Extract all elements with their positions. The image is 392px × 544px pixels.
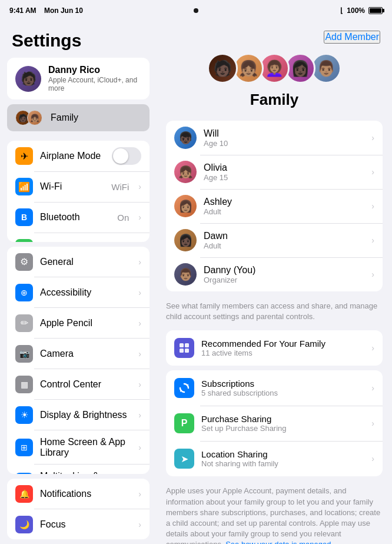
member-info-dawn: Dawn Adult <box>204 231 228 250</box>
status-icons: ⌊ 100% <box>340 6 383 15</box>
sidebar-item-accessibility[interactable]: ⊕ Accessibility › <box>7 277 150 308</box>
member-row-danny[interactable]: 👨🏽 Danny (You) Organizer › <box>166 257 383 291</box>
sidebar-item-apple-pencil[interactable]: ✏ Apple Pencil › <box>7 308 150 339</box>
wifi-label: Wi-Fi <box>40 181 104 192</box>
feature-info-subscriptions: Subscriptions 5 shared subscriptions <box>201 379 278 397</box>
location-sharing-icon: ➤ <box>174 449 194 469</box>
member-sub-olivia: Age 15 <box>204 173 228 182</box>
member-row-dawn[interactable]: 👩🏿 Dawn Adult › <box>166 223 383 257</box>
member-name-will: Will <box>204 128 228 139</box>
chevron-icon: › <box>138 257 141 267</box>
bottom-note-link[interactable]: See how your data is managed... <box>225 540 337 544</box>
member-row-ashley[interactable]: 👩🏽 Ashley Adult › <box>166 189 383 223</box>
subscriptions-icon <box>174 378 194 398</box>
member-avatar-will: 👦🏿 <box>174 127 197 149</box>
member-row-olivia[interactable]: 👧🏽 Olivia Age 15 › <box>166 155 383 189</box>
general-icon: ⚙ <box>15 253 33 271</box>
front-camera-dot <box>194 8 198 13</box>
member-sub-ashley: Adult <box>204 207 232 216</box>
bluetooth-label: Bluetooth <box>40 212 110 223</box>
features-card: Subscriptions 5 shared subscriptions › P… <box>166 370 383 476</box>
right-content: Add Member 🧑🏿 👧🏽 👩🏽‍🦱 👩🏿 👨🏽 Family 👦🏿 Wi… <box>157 21 392 544</box>
control-center-icon: ▦ <box>15 376 33 393</box>
add-member-button[interactable]: Add Member <box>324 31 380 44</box>
recommended-card: Recommended For Your Family 11 active it… <box>166 330 383 366</box>
sidebar-item-bluetooth[interactable]: B Bluetooth On › <box>7 202 150 233</box>
homescreen-icon: ⊞ <box>15 439 33 456</box>
family-member-description: See what family members can access and s… <box>157 298 392 330</box>
chevron-icon: › <box>138 489 141 499</box>
status-bar: 9:41 AM Mon Jun 10 ⌊ 100% <box>0 0 392 21</box>
chevron-icon: › <box>371 343 374 353</box>
accessibility-icon: ⊕ <box>15 284 33 301</box>
toggle-knob <box>113 148 128 164</box>
airplane-mode-icon: ✈ <box>15 147 33 165</box>
status-time: 9:41 AM Mon Jun 10 <box>9 6 83 15</box>
sidebar-item-general[interactable]: ⚙ General › <box>7 247 150 277</box>
apple-pencil-icon: ✏ <box>15 314 33 332</box>
sidebar-item-multitasking[interactable]: ⊟ Multitasking & Gestures › <box>7 465 150 474</box>
sidebar-item-control-center[interactable]: ▦ Control Center › <box>7 369 150 400</box>
subscriptions-title: Subscriptions <box>201 379 278 389</box>
focus-icon: 🌙 <box>15 516 33 533</box>
member-row-will[interactable]: 👦🏿 Will Age 10 › <box>166 121 383 155</box>
settings-section-3: 🔔 Notifications › 🌙 Focus › ⏱ Screen Tim… <box>7 479 150 539</box>
wifi-icon: 📶 <box>15 178 33 195</box>
airplane-mode-toggle[interactable] <box>112 147 141 165</box>
family-row[interactable]: 🧑🏿 👧🏽 Family <box>7 104 150 131</box>
chevron-icon: › <box>371 419 374 428</box>
member-name-danny: Danny (You) <box>204 265 255 276</box>
bottom-note: Apple uses your Apple Account, payment d… <box>157 481 392 544</box>
feature-row-subscriptions[interactable]: Subscriptions 5 shared subscriptions › <box>166 370 383 406</box>
recommended-sub: 11 active items <box>201 349 325 357</box>
sidebar-item-notifications[interactable]: 🔔 Notifications › <box>7 479 150 509</box>
settings-section-1: ✈ Airplane Mode 📶 Wi-Fi WiFi › B Bluetoo… <box>7 141 150 242</box>
location-sub: Not sharing with family <box>201 459 278 468</box>
feature-row-purchase-sharing[interactable]: P Purchase Sharing Set up Purchase Shari… <box>166 406 383 441</box>
sidebar-item-display[interactable]: ☀ Display & Brightness › <box>7 400 150 430</box>
feature-row-recommended[interactable]: Recommended For Your Family 11 active it… <box>166 330 383 366</box>
battery-text: 100% <box>347 6 365 15</box>
settings-title: Settings <box>0 21 157 58</box>
bluetooth-icon: B <box>15 208 33 226</box>
feature-info-recommended: Recommended For Your Family 11 active it… <box>201 339 325 357</box>
chevron-icon: › <box>138 349 141 359</box>
wifi-value: WiFi <box>111 182 129 192</box>
sidebar-item-wifi[interactable]: 📶 Wi-Fi WiFi › <box>7 171 150 202</box>
multitasking-label: Multitasking & Gestures <box>40 471 129 474</box>
bluetooth-value: On <box>117 213 129 223</box>
camera-icon: 📷 <box>15 345 33 363</box>
feature-row-location-sharing[interactable]: ➤ Location Sharing Not sharing with fami… <box>166 441 383 476</box>
chevron-icon: › <box>138 288 141 297</box>
member-info-olivia: Olivia Age 15 <box>204 162 228 182</box>
sidebar-item-focus[interactable]: 🌙 Focus › <box>7 509 150 539</box>
feature-info-location: Location Sharing Not sharing with family <box>201 449 278 468</box>
apple-pencil-label: Apple Pencil <box>40 318 129 329</box>
sidebar-item-cellular[interactable]: ◉ Cellular Data › <box>7 233 150 242</box>
battery-indicator <box>368 7 383 14</box>
member-sub-will: Age 10 <box>204 139 228 148</box>
purchase-sharing-icon: P <box>174 413 194 433</box>
purchase-sub: Set up Purchase Sharing <box>201 424 287 433</box>
profile-name: Danny Rico <box>48 65 141 75</box>
family-header: 🧑🏿 👧🏽 👩🏽‍🦱 👩🏿 👨🏽 Family <box>157 48 392 121</box>
subscriptions-sub: 5 shared subscriptions <box>201 389 278 397</box>
sidebar-item-homescreen[interactable]: ⊞ Home Screen & App Library › <box>7 430 150 465</box>
chevron-icon: › <box>138 520 141 529</box>
main-layout: Settings 🧑🏿 Danny Rico Apple Account, iC… <box>0 21 392 544</box>
control-center-label: Control Center <box>40 379 129 390</box>
display-icon: ☀ <box>15 406 33 424</box>
date-display: Mon Jun 10 <box>44 6 83 15</box>
profile-card[interactable]: 🧑🏿 Danny Rico Apple Account, iCloud+, an… <box>7 58 150 99</box>
sidebar-item-camera[interactable]: 📷 Camera › <box>7 339 150 369</box>
avatar: 🧑🏿 <box>15 66 41 92</box>
location-title: Location Sharing <box>201 449 278 459</box>
general-label: General <box>40 257 129 267</box>
chevron-icon: › <box>371 167 374 177</box>
purchase-title: Purchase Sharing <box>201 414 287 424</box>
notifications-icon: 🔔 <box>15 485 33 503</box>
accessibility-label: Accessibility <box>40 287 129 298</box>
family-mini-avatars: 🧑🏿 👧🏽 <box>15 110 39 125</box>
sidebar-item-airplane-mode[interactable]: ✈ Airplane Mode <box>7 141 150 171</box>
homescreen-label: Home Screen & App Library <box>40 437 129 458</box>
